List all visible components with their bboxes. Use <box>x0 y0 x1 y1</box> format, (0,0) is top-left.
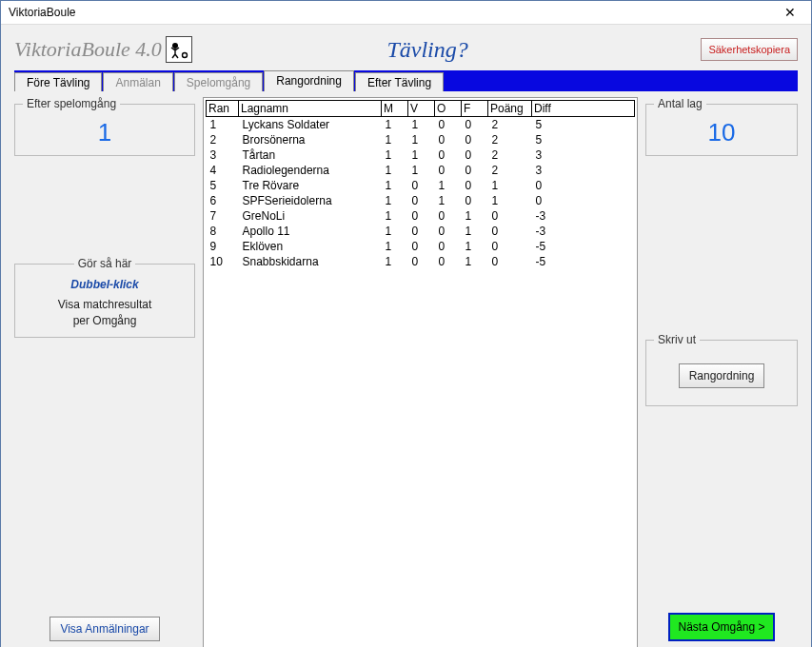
standings-panel: Ran Lagnamn M V O F Poäng Diff 1Lyckans … <box>203 97 638 647</box>
cell-d: 0 <box>532 193 635 208</box>
cell-rank: 4 <box>207 163 239 178</box>
cell-team: Brorsönerna <box>239 132 382 147</box>
cell-m: 1 <box>382 193 408 208</box>
cell-rank: 3 <box>207 147 239 163</box>
col-f[interactable]: F <box>462 101 488 117</box>
cell-o: 0 <box>435 224 462 239</box>
tab-spelomgang[interactable]: Spelomgång <box>174 72 263 91</box>
cell-o: 0 <box>435 132 462 147</box>
cell-f: 0 <box>462 117 488 133</box>
content: ViktoriaBoule 4.0 Tävling? Säkerhetskopi… <box>1 25 811 647</box>
print-groupbox: Skriv ut Rangordning <box>645 333 798 406</box>
cell-m: 1 <box>382 117 408 133</box>
cell-v: 1 <box>408 147 435 163</box>
cell-m: 1 <box>382 239 408 254</box>
table-row[interactable]: 1Lyckans Soldater110025 <box>207 117 635 133</box>
team-count-value: 10 <box>654 118 789 147</box>
cell-f: 0 <box>462 147 488 163</box>
tab-anmalan[interactable]: Anmälan <box>103 72 172 91</box>
table-row[interactable]: 9Eklöven10010-5 <box>207 239 635 254</box>
cell-p: 2 <box>488 147 532 163</box>
cell-rank: 1 <box>207 117 239 133</box>
window-title: ViktoriaBoule <box>9 6 771 19</box>
cell-v: 0 <box>408 178 435 193</box>
show-registrations-button[interactable]: Visa Anmälningar <box>50 617 159 641</box>
body-main: Efter spelomgång 1 Gör så här Dubbel-kli… <box>14 97 798 647</box>
cell-o: 0 <box>435 163 462 178</box>
header-row: ViktoriaBoule 4.0 Tävling? Säkerhetskopi… <box>14 29 798 70</box>
col-o[interactable]: O <box>435 101 462 117</box>
cell-v: 0 <box>408 239 435 254</box>
cell-m: 1 <box>382 208 408 224</box>
right-column: Antal lag 10 Skriv ut Rangordning Nästa … <box>645 97 798 647</box>
cell-team: Eklöven <box>239 239 382 254</box>
cell-v: 1 <box>408 117 435 133</box>
backup-button[interactable]: Säkerhetskopiera <box>701 38 798 61</box>
team-count-legend: Antal lag <box>654 97 706 110</box>
print-ranking-button[interactable]: Rangordning <box>679 363 765 388</box>
table-row[interactable]: 3Tårtan110023 <box>207 147 635 163</box>
cell-rank: 8 <box>207 224 239 239</box>
app-window: ViktoriaBoule ✕ ViktoriaBoule 4.0 Tävlin… <box>0 0 812 647</box>
col-diff[interactable]: Diff <box>532 101 635 117</box>
col-team[interactable]: Lagnamn <box>239 101 382 117</box>
tab-fore-tavling[interactable]: Före Tävling <box>14 72 102 91</box>
table-row[interactable]: 7GreNoLi10010-3 <box>207 208 635 224</box>
cell-d: 5 <box>532 117 635 133</box>
close-icon[interactable]: ✕ <box>771 1 809 24</box>
col-m[interactable]: M <box>382 101 408 117</box>
cell-f: 1 <box>462 239 488 254</box>
cell-d: -3 <box>532 224 635 239</box>
cell-v: 0 <box>408 224 435 239</box>
cell-rank: 9 <box>207 239 239 254</box>
cell-team: Tre Rövare <box>239 178 382 193</box>
print-legend: Skriv ut <box>654 333 700 346</box>
cell-o: 0 <box>435 208 462 224</box>
next-round-button[interactable]: Nästa Omgång > <box>668 613 774 641</box>
col-v[interactable]: V <box>408 101 435 117</box>
tab-efter-tavling[interactable]: Efter Tävling <box>355 72 444 91</box>
standings-table[interactable]: Ran Lagnamn M V O F Poäng Diff 1Lyckans … <box>206 100 635 269</box>
cell-d: 0 <box>532 178 635 193</box>
cell-o: 0 <box>435 254 462 269</box>
table-row[interactable]: 6SPFSerieidolerna101010 <box>207 193 635 208</box>
instructions-groupbox: Gör så här Dubbel-klick Visa matchresult… <box>14 257 195 338</box>
col-rank[interactable]: Ran <box>207 101 239 117</box>
table-row[interactable]: 4Radiolegenderna110023 <box>207 163 635 178</box>
cell-p: 1 <box>488 178 532 193</box>
cell-f: 0 <box>462 132 488 147</box>
cell-o: 0 <box>435 147 462 163</box>
cell-m: 1 <box>382 254 408 269</box>
cell-d: 3 <box>532 147 635 163</box>
cell-f: 0 <box>462 193 488 208</box>
cell-f: 0 <box>462 163 488 178</box>
cell-f: 0 <box>462 178 488 193</box>
app-name: ViktoriaBoule 4.0 <box>14 37 162 62</box>
tab-rangordning[interactable]: Rangordning <box>264 70 354 91</box>
cell-p: 0 <box>488 239 532 254</box>
cell-o: 0 <box>435 239 462 254</box>
table-row[interactable]: 5Tre Rövare101010 <box>207 178 635 193</box>
cell-p: 2 <box>488 163 532 178</box>
instructions-legend: Gör så här <box>74 257 136 270</box>
cell-rank: 2 <box>207 132 239 147</box>
cell-v: 0 <box>408 254 435 269</box>
tab-bar: Före Tävling Anmälan Spelomgång Rangordn… <box>14 70 798 91</box>
col-points[interactable]: Poäng <box>488 101 532 117</box>
cell-f: 1 <box>462 224 488 239</box>
cell-team: Radiolegenderna <box>239 163 382 178</box>
cell-team: SPFSerieidolerna <box>239 193 382 208</box>
cell-d: -5 <box>532 254 635 269</box>
table-row[interactable]: 8Apollo 1110010-3 <box>207 224 635 239</box>
cell-f: 1 <box>462 254 488 269</box>
cell-p: 1 <box>488 193 532 208</box>
cell-team: GreNoLi <box>239 208 382 224</box>
table-row[interactable]: 10Snabbskidarna10010-5 <box>207 254 635 269</box>
cell-v: 0 <box>408 193 435 208</box>
instructions-title: Dubbel-klick <box>23 278 187 291</box>
table-row[interactable]: 2Brorsönerna110025 <box>207 132 635 147</box>
page-title: Tävling? <box>154 37 702 63</box>
cell-p: 0 <box>488 254 532 269</box>
cell-o: 1 <box>435 178 462 193</box>
cell-d: 5 <box>532 132 635 147</box>
